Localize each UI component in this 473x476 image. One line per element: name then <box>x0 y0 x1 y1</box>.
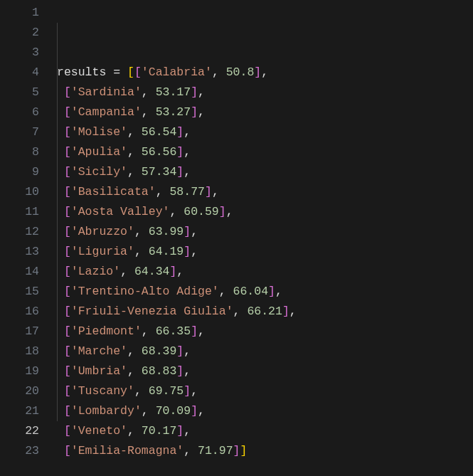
line-number: 7 <box>0 122 39 142</box>
line-number: 5 <box>0 83 39 102</box>
line-number: 16 <box>0 302 39 322</box>
line-number: 17 <box>0 322 39 342</box>
line-number: 10 <box>0 182 39 202</box>
code-line[interactable]: ['Emilia-Romagna', 71.97]] <box>57 441 473 461</box>
line-number: 8 <box>0 142 39 162</box>
line-number: 6 <box>0 102 39 122</box>
line-number: 23 <box>0 441 39 461</box>
line-number: 20 <box>0 381 39 401</box>
code-line[interactable]: ['Lombardy', 70.09], <box>57 401 473 421</box>
line-number: 13 <box>0 242 39 262</box>
code-line[interactable]: ['Umbria', 68.83], <box>57 361 473 381</box>
code-line[interactable]: ['Friuli-Venezia Giulia', 66.21], <box>57 302 473 322</box>
line-number: 3 <box>0 43 39 63</box>
code-line[interactable]: ['Abruzzo', 63.99], <box>57 222 473 242</box>
line-number: 2 <box>0 23 39 43</box>
code-line[interactable]: ['Piedmont', 66.35], <box>57 322 473 342</box>
line-number-gutter: 1234567891011121314151617181920212223 <box>0 0 46 476</box>
code-line-empty[interactable] <box>57 461 473 476</box>
code-line[interactable]: results = [['Calabria', 50.8], <box>57 63 473 83</box>
code-area[interactable]: results = [['Calabria', 50.8], ['Sardini… <box>46 0 473 476</box>
code-line[interactable]: ['Trentino-Alto Adige', 66.04], <box>57 282 473 302</box>
line-number: 4 <box>0 63 39 83</box>
line-number: 21 <box>0 401 39 421</box>
code-line[interactable]: ['Apulia', 56.56], <box>57 142 473 162</box>
code-line[interactable]: ['Marche', 68.39], <box>57 342 473 361</box>
code-line[interactable]: ['Lazio', 64.34], <box>57 262 473 282</box>
code-line[interactable]: ['Sicily', 57.34], <box>57 162 473 182</box>
line-number: 15 <box>0 282 39 302</box>
line-number: 12 <box>0 222 39 242</box>
code-line[interactable]: ['Basilicata', 58.77], <box>57 182 473 202</box>
line-number: 19 <box>0 361 39 381</box>
line-number: 11 <box>0 202 39 222</box>
code-line[interactable]: ['Campania', 53.27], <box>57 102 473 122</box>
line-number: 22 <box>0 421 39 441</box>
indent-guide <box>57 23 58 421</box>
code-line[interactable]: ['Aosta Valley', 60.59], <box>57 202 473 222</box>
code-editor[interactable]: 1234567891011121314151617181920212223 re… <box>0 0 473 476</box>
line-number: 18 <box>0 342 39 361</box>
code-line[interactable]: ['Veneto', 70.17], <box>57 421 473 441</box>
code-line[interactable]: ['Liguria', 64.19], <box>57 242 473 262</box>
line-number: 1 <box>0 3 39 23</box>
code-line[interactable]: ['Molise', 56.54], <box>57 122 473 142</box>
code-line[interactable]: ['Tuscany', 69.75], <box>57 381 473 401</box>
line-number: 9 <box>0 162 39 182</box>
line-number: 14 <box>0 262 39 282</box>
code-line[interactable]: ['Sardinia', 53.17], <box>57 83 473 102</box>
